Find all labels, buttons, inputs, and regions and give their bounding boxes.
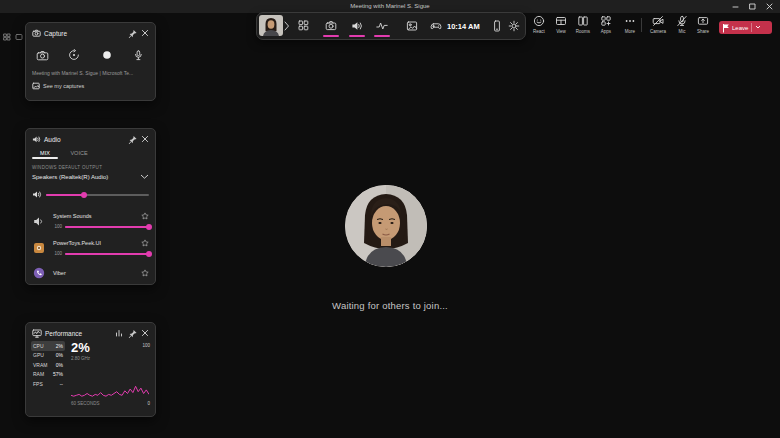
leave-flag-icon xyxy=(722,23,730,33)
capture-source-text: Meeting with Marinel S. Sigue | Microsof… xyxy=(32,70,149,76)
cpu-big-value: 2% xyxy=(71,341,150,355)
performance-stats: CPU 2% GPU 0% VRAM 0% RAM 57% FPS -- xyxy=(31,341,65,406)
avatar-photo xyxy=(345,185,427,267)
maximize-icon xyxy=(749,3,756,10)
stat-value: 2% xyxy=(56,343,63,349)
capture-mic-icon xyxy=(133,50,144,61)
close-window-button[interactable] xyxy=(761,0,778,13)
slider-fill xyxy=(65,226,149,228)
stat-row-cpu[interactable]: CPU 2% xyxy=(31,341,65,351)
performance-widget-button[interactable] xyxy=(372,13,392,38)
view-button[interactable]: View xyxy=(550,15,572,37)
view-label: View xyxy=(556,29,566,34)
stat-value: -- xyxy=(60,381,63,387)
tab-mix[interactable]: MIX xyxy=(32,148,58,159)
slider-fill xyxy=(65,253,149,255)
device-selector[interactable]: Speakers (Realtek(R) Audio) xyxy=(32,174,149,180)
camera-button[interactable]: Camera xyxy=(646,15,670,37)
graph-y-max: 100 xyxy=(142,343,150,348)
capture-close-button[interactable] xyxy=(140,28,150,38)
graph-options-button[interactable] xyxy=(114,328,124,338)
see-my-captures-label: See my captures xyxy=(43,83,84,89)
share-label: Share xyxy=(697,29,709,34)
stat-label: VRAM xyxy=(33,362,47,368)
stat-row-gpu[interactable]: GPU 0% xyxy=(31,351,65,361)
capture-pin-button[interactable] xyxy=(127,28,137,38)
mic-toggle-button[interactable] xyxy=(132,48,146,62)
gamepad-widget-button[interactable] xyxy=(426,13,446,38)
smiley-icon xyxy=(533,15,545,27)
record-button[interactable] xyxy=(100,48,114,62)
performance-header-icon xyxy=(32,329,42,338)
gallery-widget-button[interactable] xyxy=(402,13,422,38)
output-section-label: WINDOWS DEFAULT OUTPUT xyxy=(32,165,149,170)
maximize-button[interactable] xyxy=(744,0,761,13)
webcam-preview-thumbnail[interactable] xyxy=(259,15,283,36)
stat-label: CPU xyxy=(33,343,44,349)
record-last-button[interactable] xyxy=(67,48,81,62)
app-volume-slider[interactable] xyxy=(65,223,149,230)
performance-pin-button[interactable] xyxy=(127,328,137,338)
audio-panel-header: Audio xyxy=(26,129,155,145)
mic-button[interactable]: Mic xyxy=(671,15,693,37)
audio-header-speaker-icon xyxy=(32,135,41,144)
bar-graph-icon xyxy=(115,329,123,337)
powertoys-peek-app-icon xyxy=(32,242,45,255)
favorite-star-icon[interactable] xyxy=(141,212,149,220)
slider-knob[interactable] xyxy=(146,224,152,230)
gamebar-settings-button[interactable] xyxy=(504,13,524,38)
stat-row-fps[interactable]: FPS -- xyxy=(31,379,65,389)
leave-button[interactable]: Leave xyxy=(719,21,772,34)
widget-menu-button[interactable] xyxy=(293,13,313,38)
favorite-star-icon[interactable] xyxy=(141,239,149,247)
performance-active-underline xyxy=(374,35,390,37)
apps-label: Apps xyxy=(601,29,611,34)
react-label: React xyxy=(533,29,545,34)
app-name: PowerToys.Peek.UI xyxy=(53,240,101,246)
share-button[interactable]: Share xyxy=(692,15,714,37)
master-speaker-icon xyxy=(32,190,42,199)
audio-panel: Audio MIX VOICE WINDOWS DEFAULT OUTPUT S… xyxy=(25,128,156,285)
performance-graph-area: 2% 2.80 GHz 100 60 SECONDS 0 xyxy=(71,341,150,406)
tab-voice[interactable]: VOICE xyxy=(66,148,92,159)
clock-time: 10:14 AM xyxy=(447,22,491,31)
leave-divider xyxy=(751,23,752,32)
slider-fill xyxy=(46,194,84,196)
performance-close-button[interactable] xyxy=(140,328,150,338)
master-volume-slider[interactable] xyxy=(46,191,149,198)
slider-knob[interactable] xyxy=(146,251,152,257)
screenshot-button[interactable] xyxy=(35,48,49,62)
mic-off-icon xyxy=(676,15,688,27)
more-button[interactable]: More xyxy=(618,15,642,37)
apps-button[interactable]: Apps xyxy=(595,15,617,37)
react-button[interactable]: React xyxy=(528,15,550,37)
see-my-captures-link[interactable]: See my captures xyxy=(32,82,149,90)
audio-widget-button[interactable] xyxy=(347,13,367,38)
leave-dropdown-chevron-icon[interactable] xyxy=(755,25,761,30)
stat-row-ram[interactable]: RAM 57% xyxy=(31,370,65,380)
rooms-button[interactable]: Rooms xyxy=(571,15,595,37)
record-dot-icon xyxy=(102,50,112,60)
minimize-button[interactable] xyxy=(727,0,744,13)
capture-widget-button[interactable] xyxy=(321,13,341,38)
corner-overlay-icons xyxy=(3,33,23,41)
stat-value: 0% xyxy=(56,352,63,358)
master-volume-row xyxy=(32,190,149,199)
stat-value: 57% xyxy=(53,371,63,377)
audio-pin-button[interactable] xyxy=(127,134,137,144)
performance-panel-header: Performance xyxy=(26,323,155,339)
slider-knob[interactable] xyxy=(81,192,87,198)
waiting-message: Waiting for others to join... xyxy=(0,300,780,311)
stat-label: FPS xyxy=(33,381,43,387)
app-name: System Sounds xyxy=(53,213,92,219)
audio-close-button[interactable] xyxy=(140,134,150,144)
app-volume-slider[interactable] xyxy=(65,250,149,257)
collapse-toolbar-button[interactable] xyxy=(281,13,293,38)
rooms-icon xyxy=(577,15,589,27)
rooms-label: Rooms xyxy=(576,29,590,34)
favorite-star-icon[interactable] xyxy=(141,269,149,277)
close-icon xyxy=(141,135,149,143)
stat-row-vram[interactable]: VRAM 0% xyxy=(31,360,65,370)
camera-off-icon xyxy=(652,15,664,27)
gallery-icon xyxy=(32,82,40,90)
